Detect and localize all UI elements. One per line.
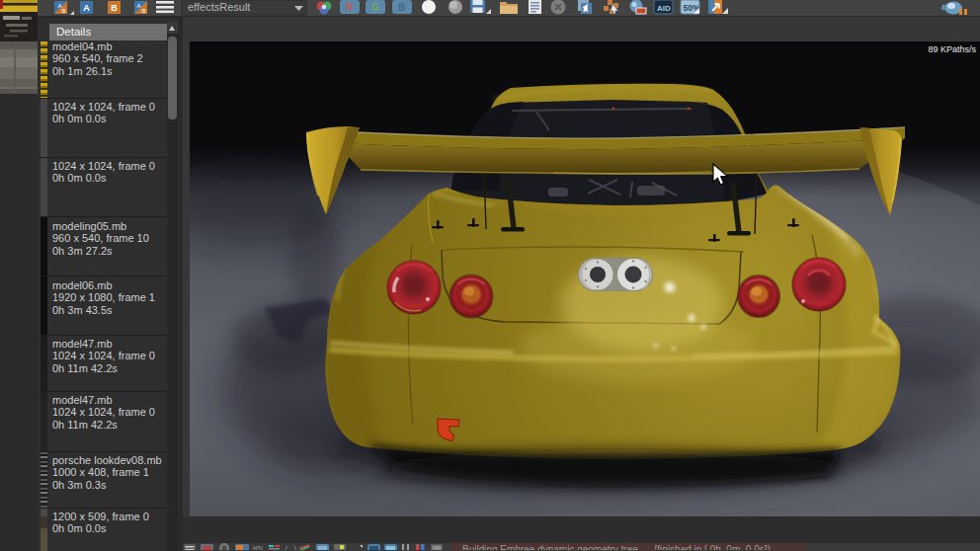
svg-text:B: B [398,2,405,13]
svg-text:A: A [137,3,141,9]
svg-text:( ): ( ) [285,545,297,550]
svg-text:effectsResult: effectsResult [188,1,250,13]
svg-text:R: R [346,2,354,13]
svg-text:A: A [83,3,90,13]
svg-text:B: B [111,3,118,13]
svg-text:AID: AID [657,4,671,13]
svg-text:HSL: HSL [253,546,265,550]
svg-text:B: B [142,8,146,14]
svg-text:G: G [371,2,379,13]
svg-text:B: B [62,8,66,14]
